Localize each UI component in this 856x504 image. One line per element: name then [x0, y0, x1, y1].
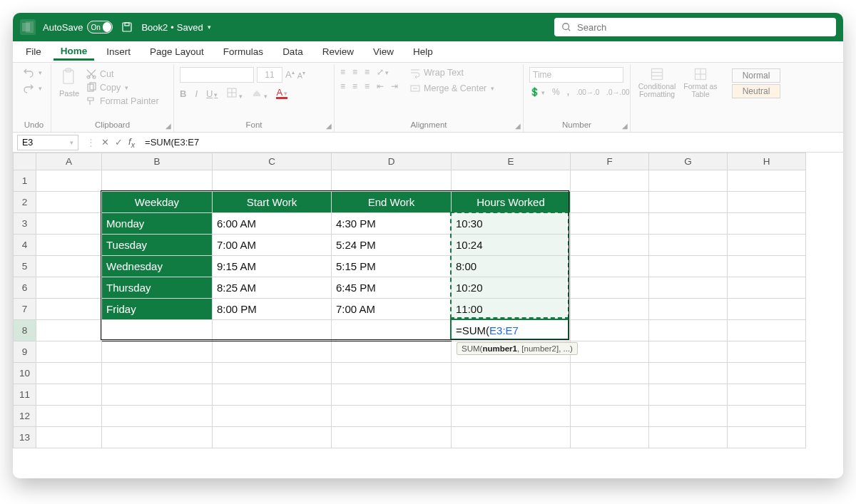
cell-D8[interactable]	[332, 320, 452, 341]
cell-E6[interactable]: 10:20	[452, 277, 571, 299]
cell-A11[interactable]	[36, 384, 102, 406]
tab-data[interactable]: Data	[275, 43, 310, 60]
comma-format-icon[interactable]: ,	[567, 87, 569, 97]
cell-H9[interactable]	[728, 341, 806, 363]
italic-button[interactable]: I	[195, 88, 198, 99]
enter-formula-icon[interactable]: ✓	[115, 137, 123, 148]
cell-F11[interactable]	[571, 384, 649, 406]
cell-H5[interactable]	[728, 256, 806, 277]
cell-F13[interactable]	[571, 427, 649, 448]
number-dialog-launcher[interactable]: ◢	[622, 122, 628, 130]
fill-color-button[interactable]: ▾	[251, 87, 268, 101]
cell-B2[interactable]: Weekday	[102, 192, 213, 213]
cell-F10[interactable]	[571, 363, 649, 384]
cell-C13[interactable]	[213, 427, 332, 448]
cell-G1[interactable]	[649, 170, 728, 192]
align-middle-icon[interactable]: ≡	[352, 67, 357, 77]
cell-E13[interactable]	[452, 427, 571, 448]
document-title[interactable]: Book2 • Saved ▾	[141, 22, 210, 33]
col-header-G[interactable]: G	[649, 153, 728, 170]
cell-F2[interactable]	[571, 192, 649, 213]
increase-decimal-icon[interactable]: .00→.0	[576, 88, 599, 96]
row-header-2[interactable]: 2	[14, 192, 36, 213]
clipboard-dialog-launcher[interactable]: ◢	[165, 122, 171, 130]
cell-D5[interactable]: 5:15 PM	[332, 256, 452, 277]
cell-B7[interactable]: Friday	[102, 299, 213, 320]
underline-button[interactable]: U▾	[206, 88, 218, 99]
cell-A9[interactable]	[36, 341, 102, 363]
tab-review[interactable]: Review	[315, 43, 361, 60]
cell-D7[interactable]: 7:00 AM	[332, 299, 452, 320]
row-header-6[interactable]: 6	[14, 277, 36, 299]
cell-C10[interactable]	[213, 363, 332, 384]
orientation-icon[interactable]: ⤢▾	[377, 67, 389, 77]
cell-C5[interactable]: 9:15 AM	[213, 256, 332, 277]
cell-F3[interactable]	[571, 213, 649, 235]
tab-view[interactable]: View	[366, 43, 401, 60]
cell-D11[interactable]	[332, 384, 452, 406]
tab-pagelayout[interactable]: Page Layout	[143, 43, 211, 60]
cell-B4[interactable]: Tuesday	[102, 235, 213, 256]
increase-font-icon[interactable]: A▴	[285, 69, 295, 80]
cell-D6[interactable]: 6:45 PM	[332, 277, 452, 299]
cell-E8[interactable]: =SUM(E3:E7	[452, 320, 571, 341]
paste-button[interactable]: Paste	[57, 67, 81, 98]
cell-C2[interactable]: Start Work	[213, 192, 332, 213]
cell-F8[interactable]	[571, 320, 649, 341]
cell-C7[interactable]: 8:00 PM	[213, 299, 332, 320]
cell-A8[interactable]	[36, 320, 102, 341]
cell-G7[interactable]	[649, 299, 728, 320]
row-header-12[interactable]: 12	[14, 406, 36, 427]
cell-A2[interactable]	[36, 192, 102, 213]
cell-F4[interactable]	[571, 235, 649, 256]
cell-E12[interactable]	[452, 406, 571, 427]
cell-G9[interactable]	[649, 341, 728, 363]
cell-G4[interactable]	[649, 235, 728, 256]
cell-F9[interactable]	[571, 341, 649, 363]
cell-D13[interactable]	[332, 427, 452, 448]
row-header-5[interactable]: 5	[14, 256, 36, 277]
cell-G11[interactable]	[649, 384, 728, 406]
row-header-1[interactable]: 1	[14, 170, 36, 192]
cell-E3[interactable]: 10:30	[452, 213, 571, 235]
font-dialog-launcher[interactable]: ◢	[326, 122, 332, 130]
cell-G10[interactable]	[649, 363, 728, 384]
formula-input[interactable]: =SUM(E3:E7	[141, 137, 843, 148]
copy-button[interactable]: Copy▾	[86, 82, 128, 93]
font-size-combo[interactable]	[257, 67, 282, 83]
accounting-format-icon[interactable]: 💲▾	[529, 87, 545, 97]
cell-D3[interactable]: 4:30 PM	[332, 213, 452, 235]
cell-F1[interactable]	[571, 170, 649, 192]
worksheet[interactable]: ABCDEFGH12WeekdayStart WorkEnd WorkHours…	[13, 153, 843, 478]
cell-B8[interactable]	[102, 320, 213, 341]
bold-button[interactable]: B	[180, 88, 186, 99]
cell-E11[interactable]	[452, 384, 571, 406]
row-header-8[interactable]: 8	[14, 320, 36, 341]
cell-A3[interactable]	[36, 213, 102, 235]
cell-B10[interactable]	[102, 363, 213, 384]
merge-center-button[interactable]: Merge & Center▾	[409, 83, 494, 94]
col-header-H[interactable]: H	[728, 153, 806, 170]
cell-A1[interactable]	[36, 170, 102, 192]
cell-D10[interactable]	[332, 363, 452, 384]
format-painter-button[interactable]: Format Painter	[86, 96, 159, 107]
cell-C8[interactable]	[213, 320, 332, 341]
cell-B13[interactable]	[102, 427, 213, 448]
tab-formulas[interactable]: Formulas	[216, 43, 270, 60]
cell-H11[interactable]	[728, 384, 806, 406]
cell-G2[interactable]	[649, 192, 728, 213]
cut-button[interactable]: Cut	[86, 68, 113, 80]
cell-F12[interactable]	[571, 406, 649, 427]
cell-E2[interactable]: Hours Worked	[452, 192, 571, 213]
row-header-4[interactable]: 4	[14, 235, 36, 256]
cell-G3[interactable]	[649, 213, 728, 235]
cell-B5[interactable]: Wednesday	[102, 256, 213, 277]
cell-A12[interactable]	[36, 406, 102, 427]
cell-E1[interactable]	[452, 170, 571, 192]
cell-E7[interactable]: 11:00	[452, 299, 571, 320]
cell-E10[interactable]	[452, 363, 571, 384]
cell-B12[interactable]	[102, 406, 213, 427]
cell-C3[interactable]: 6:00 AM	[213, 213, 332, 235]
cell-H13[interactable]	[728, 427, 806, 448]
tab-help[interactable]: Help	[406, 43, 440, 60]
